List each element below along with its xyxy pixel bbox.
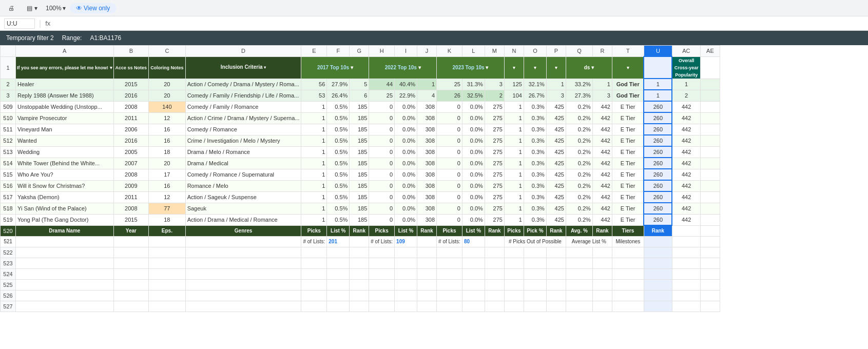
table-row: 515 Who Are You? 2008 17 Comedy / Romanc… (1, 169, 720, 180)
header-cell-n1: ▾ (504, 56, 524, 79)
cell-b3: 2016 (113, 90, 149, 101)
fx-icon: fx (45, 20, 50, 27)
col-header-f[interactable]: F (327, 46, 350, 57)
col-header-q[interactable]: Q (566, 46, 592, 57)
format-button[interactable]: ▤ ▾ (23, 3, 42, 13)
empty-row: 523 (1, 258, 720, 269)
col-header-g[interactable]: G (350, 46, 369, 57)
footer-header-row: 520 Drama Name Year Eps. Genres Picks Li… (1, 225, 720, 237)
cell-h2: 44 (369, 79, 395, 90)
table-row: 514 White Tower (Behind the White... 200… (1, 158, 720, 169)
filter-range-label: Range: (62, 34, 82, 42)
col-header-c[interactable]: C (149, 46, 186, 57)
col-header-rownum (1, 46, 16, 57)
header-cell-e1: 2017 Top 10s ▾ (301, 56, 369, 79)
filter-bar: Temporary filter 2 Range: A1:BA1176 (0, 31, 868, 45)
format-arrow-icon: ▾ (34, 5, 37, 12)
cell-m2: 3 (485, 79, 504, 90)
cell-k3: 26 (437, 90, 462, 101)
cell-ac2: 1 (672, 79, 700, 90)
zoom-arrow-icon: ▾ (63, 5, 66, 12)
cell-m3: 2 (485, 90, 504, 101)
spreadsheet-area[interactable]: A B C D E F G H I J K L M N O P Q R T U … (0, 45, 868, 349)
filter-range-value: A1:BA1176 (90, 34, 121, 42)
col-header-o[interactable]: O (524, 46, 546, 57)
col-header-t[interactable]: T (612, 46, 644, 57)
col-header-i[interactable]: I (395, 46, 417, 57)
eye-icon: 👁 (76, 5, 82, 12)
col-header-ac[interactable]: AC (672, 46, 700, 57)
cell-t3: God Tier (612, 90, 644, 101)
cell-c3: 20 (149, 90, 186, 101)
table-row: 510 Vampire Prosecutor 2011 12 Action / … (1, 112, 720, 124)
header-cell-q1: ds ▾ (566, 56, 612, 79)
cell-f3: 26.4% (327, 90, 350, 101)
col-header-h[interactable]: H (369, 46, 395, 57)
table-row: 509 Unstoppable Wedding (Unstopp... 2008… (1, 101, 720, 112)
column-header-row: A B C D E F G H I J K L M N O P Q R T U … (1, 46, 720, 57)
header-cell-ac1: Overall Cross-year Popularity (672, 56, 700, 79)
table-row: 519 Yong Pal (The Gang Doctor) 2015 18 A… (1, 214, 720, 225)
cell-e3: 53 (301, 90, 327, 101)
empty-row: 527 (1, 301, 720, 312)
header-cell-c1: Coloring Notes (149, 56, 186, 79)
cell-n3: 104 (504, 90, 524, 101)
col-header-u[interactable]: U (644, 46, 672, 57)
col-header-d[interactable]: D (185, 46, 301, 57)
toolbar: 🖨 ▤ ▾ 100% ▾ 👁 View only (0, 0, 868, 16)
cell-c2: 20 (149, 79, 186, 90)
col-header-a[interactable]: A (16, 46, 114, 57)
header-cell-a1: If you see any errors, please let me kno… (16, 56, 114, 79)
filter-name: Temporary filter 2 (6, 34, 54, 42)
formula-divider: | (39, 19, 41, 28)
cell-l3: 32.5% (462, 90, 485, 101)
cell-p2: 1 (546, 79, 566, 90)
col-header-p[interactable]: P (546, 46, 566, 57)
col-header-m[interactable]: M (485, 46, 504, 57)
cell-reference[interactable] (4, 18, 35, 29)
cell-d2: Action / Comedy / Drama / Mystery / Roma… (185, 79, 301, 90)
col-header-k[interactable]: K (437, 46, 462, 57)
col-header-r[interactable]: R (592, 46, 612, 57)
header-cell-ae1 (700, 56, 720, 79)
cell-i2: 40.4% (395, 79, 417, 90)
zoom-control[interactable]: 100% ▾ (46, 5, 66, 12)
cell-t2: God Tier (612, 79, 644, 90)
col-header-e[interactable]: E (301, 46, 327, 57)
cell-q3: 27.3% (566, 90, 592, 101)
cell-o3: 26.7% (524, 90, 546, 101)
cell-b2: 2015 (113, 79, 149, 90)
cell-g2: 5 (350, 79, 369, 90)
format-icon: ▤ (27, 5, 32, 12)
cell-p3: 3 (546, 90, 566, 101)
row-num-3: 3 (1, 90, 16, 101)
cell-l2: 31.3% (462, 79, 485, 90)
header-cell-t1: ▾ (612, 56, 644, 79)
cell-h3: 25 (369, 90, 395, 101)
cell-ae2 (700, 79, 720, 90)
print-icon: 🖨 (8, 5, 14, 12)
col-header-b[interactable]: B (113, 46, 149, 57)
table-row: 513 Wedding 2005 18 Drama / Melo / Roman… (1, 146, 720, 158)
table-row: 512 Wanted 2016 16 Crime / Investigation… (1, 135, 720, 146)
col-header-n[interactable]: N (504, 46, 524, 57)
cell-n2: 125 (504, 79, 524, 90)
row-num-1: 1 (1, 56, 16, 79)
cell-o2: 32.1% (524, 79, 546, 90)
cell-a3: Reply 1988 (Answer Me 1988) (16, 90, 114, 101)
table-row: 2 Healer 2015 20 Action / Comedy / Drama… (1, 79, 720, 90)
print-button[interactable]: 🖨 (4, 3, 18, 13)
col-header-ae[interactable]: AE (700, 46, 720, 57)
table-row: 511 Vineyard Man 2006 16 Comedy / Romanc… (1, 124, 720, 135)
header-cell-k1: 2023 Top 10s ▾ (437, 56, 505, 79)
empty-row: 525 (1, 280, 720, 290)
table-row: 516 Will it Snow for Christmas? 2009 16 … (1, 180, 720, 191)
header-cell-u1 (644, 56, 672, 79)
summary-row-521: 521 # of Lists: 201 # of Lists: 109 # of… (1, 237, 720, 247)
view-only-button[interactable]: 👁 View only (70, 3, 116, 13)
col-header-j[interactable]: J (417, 46, 437, 57)
header-row-1: 1 If you see any errors, please let me k… (1, 56, 720, 79)
header-cell-d1: Inclusion Criteria ▾ (185, 56, 301, 79)
header-cell-b1: Acce ss Notes (113, 56, 149, 79)
col-header-l[interactable]: L (462, 46, 485, 57)
